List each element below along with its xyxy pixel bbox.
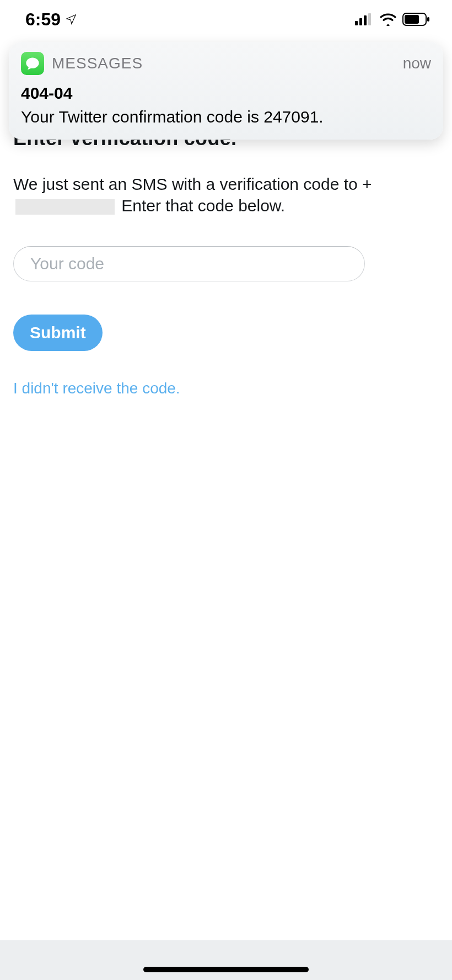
notification-time: now [403,55,431,72]
svg-rect-2 [364,15,367,25]
status-right [355,13,430,26]
resend-code-link[interactable]: I didn't receive the code. [13,380,180,397]
notification-banner[interactable]: MESSAGES now 404-04 Your Twitter confirm… [9,42,443,140]
svg-rect-6 [427,17,429,22]
svg-rect-3 [368,13,371,25]
bottom-bar [0,940,452,980]
svg-rect-5 [405,15,419,24]
svg-rect-0 [355,21,358,25]
desc-text-1: We just sent an SMS with a verification … [13,175,372,193]
phone-redacted [15,199,115,215]
verification-code-input[interactable] [13,246,365,281]
messages-app-icon [21,52,44,75]
notification-header: MESSAGES now [21,52,431,75]
battery-icon [402,13,430,26]
submit-button[interactable]: Submit [13,315,103,351]
status-left: 6:59 [25,9,77,30]
notification-body: Your Twitter confirmation code is 247091… [21,106,431,127]
wifi-icon [379,13,397,26]
desc-text-2: Enter that code below. [117,196,285,215]
notification-app-name: MESSAGES [52,55,143,72]
home-indicator[interactable] [143,967,309,972]
cellular-signal-icon [355,13,374,25]
notification-header-left: MESSAGES [21,52,143,75]
status-bar: 6:59 [0,0,452,39]
location-icon [65,13,77,25]
notification-sender: 404-04 [21,84,431,103]
verification-description: We just sent an SMS with a verification … [13,173,439,216]
svg-rect-1 [359,18,362,25]
status-time: 6:59 [25,9,61,30]
